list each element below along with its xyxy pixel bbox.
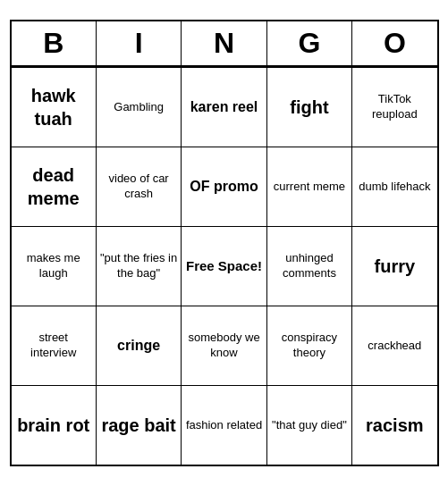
bingo-cell-2-2: Free Space! — [182, 227, 266, 306]
bingo-grid: hawk tuahGamblingkaren reelfightTikTok r… — [12, 67, 437, 465]
bingo-cell-0-1: Gambling — [97, 68, 182, 147]
bingo-cell-1-2: OF promo — [182, 147, 266, 226]
bingo-cell-3-3: conspiracy theory — [267, 306, 352, 385]
bingo-cell-4-2: fashion related — [182, 386, 266, 465]
bingo-cell-4-3: "that guy died" — [267, 386, 352, 465]
bingo-letter-i: I — [97, 21, 182, 65]
bingo-row-2: makes me laugh"put the fries in the bag"… — [12, 226, 437, 306]
bingo-letter-g: G — [267, 21, 352, 65]
bingo-cell-0-4: TikTok reupload — [352, 68, 436, 147]
bingo-row-1: dead memevideo of car crashOF promocurre… — [12, 147, 437, 226]
bingo-cell-0-0: hawk tuah — [12, 68, 97, 147]
bingo-cell-1-1: video of car crash — [97, 147, 182, 226]
bingo-cell-2-0: makes me laugh — [12, 227, 97, 306]
bingo-cell-4-1: rage bait — [97, 386, 182, 465]
bingo-letter-b: B — [12, 21, 97, 65]
bingo-cell-3-4: crackhead — [352, 306, 436, 385]
bingo-cell-2-4: furry — [352, 227, 436, 306]
bingo-cell-3-1: cringe — [97, 306, 182, 385]
bingo-cell-2-1: "put the fries in the bag" — [97, 227, 182, 306]
bingo-card: BINGO hawk tuahGamblingkaren reelfightTi… — [10, 20, 439, 466]
bingo-cell-0-2: karen reel — [182, 68, 266, 147]
bingo-row-4: brain rotrage baitfashion related"that g… — [12, 385, 437, 465]
bingo-row-3: street interviewcringesomebody we knowco… — [12, 306, 437, 385]
bingo-cell-1-3: current meme — [267, 147, 352, 226]
bingo-letter-n: N — [182, 21, 266, 65]
bingo-cell-4-0: brain rot — [12, 386, 97, 465]
bingo-cell-1-0: dead meme — [12, 147, 97, 226]
bingo-cell-3-0: street interview — [12, 306, 97, 385]
bingo-row-0: hawk tuahGamblingkaren reelfightTikTok r… — [12, 67, 437, 147]
bingo-letter-o: O — [352, 21, 436, 65]
bingo-cell-0-3: fight — [267, 68, 352, 147]
bingo-header: BINGO — [12, 21, 437, 67]
bingo-cell-4-4: racism — [352, 386, 436, 465]
bingo-cell-1-4: dumb lifehack — [352, 147, 436, 226]
bingo-cell-3-2: somebody we know — [182, 306, 266, 385]
bingo-cell-2-3: unhinged comments — [267, 227, 352, 306]
